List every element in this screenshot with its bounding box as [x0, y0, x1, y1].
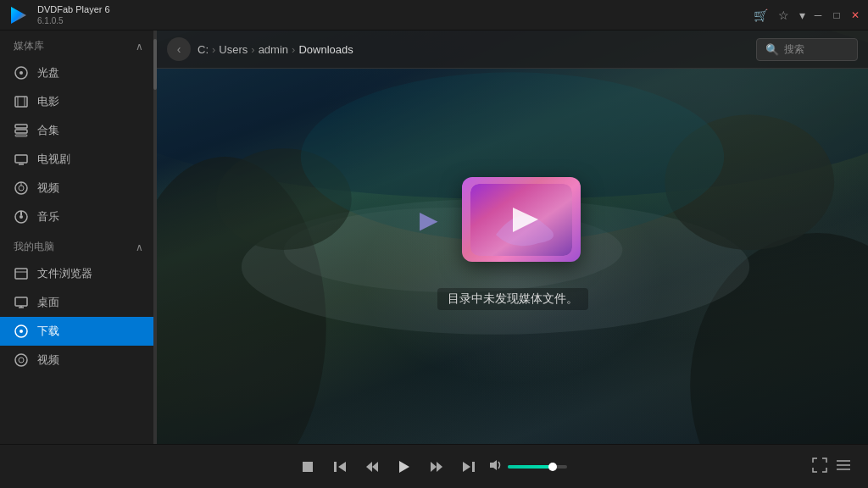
volume-thumb[interactable] — [548, 463, 557, 471]
fullscreen-button[interactable] — [812, 458, 827, 476]
sidebar-section-pc: 我的电脑 ∧ — [0, 231, 157, 259]
play-button[interactable] — [391, 453, 418, 480]
svg-point-23 — [19, 330, 23, 333]
sidebar-item-collection[interactable]: 合集 — [0, 116, 157, 145]
downloads-label: 下载 — [37, 324, 59, 339]
sidebar-item-browser[interactable]: 文件浏览器 — [0, 259, 157, 288]
main-layout: 媒体库 ∧ 光盘 电影 合集 电视剧 — [0, 30, 868, 444]
next-track-button[interactable] — [455, 453, 482, 480]
fast-forward-button[interactable] — [423, 453, 450, 480]
search-icon: 🔍 — [765, 43, 779, 56]
back-button[interactable]: ‹ — [167, 37, 191, 61]
volume-icon — [489, 459, 503, 474]
svg-marker-48 — [490, 460, 497, 470]
svg-marker-41 — [372, 462, 378, 472]
svg-marker-42 — [366, 462, 372, 472]
svg-rect-3 — [15, 97, 27, 107]
app-logo-icon — [7, 3, 31, 27]
search-placeholder: 搜索 — [784, 42, 804, 57]
music-label: 音乐 — [37, 209, 59, 225]
video-media-label: 视频 — [37, 180, 59, 196]
volume-control — [489, 459, 567, 474]
empty-message: 目录中未发现媒体文件。 — [437, 288, 588, 310]
svg-point-12 — [19, 186, 24, 191]
desktop-icon — [14, 295, 29, 310]
desktop-label: 桌面 — [37, 295, 59, 310]
svg-point-15 — [19, 215, 23, 219]
breadcrumb-admin[interactable]: admin — [259, 43, 288, 56]
svg-marker-44 — [431, 462, 437, 472]
svg-point-2 — [19, 71, 23, 75]
prev-track-button[interactable] — [326, 453, 353, 480]
breadcrumb: C: › Users › admin › Downloads — [198, 43, 749, 56]
rewind-button[interactable] — [359, 453, 386, 480]
address-bar: ‹ C: › Users › admin › Downloads 🔍 搜索 — [157, 30, 868, 69]
sidebar: 媒体库 ∧ 光盘 电影 合集 电视剧 — [0, 30, 157, 444]
bottom-controls — [0, 444, 868, 488]
svg-marker-46 — [463, 462, 470, 472]
content-area: ‹ C: › Users › admin › Downloads 🔍 搜索 + … — [157, 30, 868, 444]
svg-rect-9 — [15, 155, 27, 163]
movie-label: 电影 — [37, 94, 59, 109]
sidebar-item-downloads[interactable]: 下载 — [0, 317, 157, 346]
movie-icon — [14, 94, 29, 109]
disc-label: 光盘 — [37, 65, 59, 80]
svg-rect-8 — [15, 135, 27, 136]
window-controls: ─ □ ✕ — [812, 9, 861, 21]
playback-controls — [294, 453, 482, 480]
sidebar-item-music[interactable]: 音乐 — [0, 202, 157, 231]
breadcrumb-users[interactable]: Users — [219, 43, 248, 56]
sidebar-item-video-media[interactable]: 视频 — [0, 174, 157, 202]
svg-rect-19 — [15, 297, 27, 306]
maximize-button[interactable]: □ — [831, 9, 843, 21]
app-logo: DVDFab Player 6 6.1.0.5 — [7, 3, 110, 27]
svg-marker-43 — [399, 461, 409, 473]
svg-point-25 — [19, 358, 24, 363]
svg-rect-38 — [303, 462, 313, 472]
volume-bar[interactable] — [508, 465, 567, 469]
svg-rect-7 — [15, 130, 27, 133]
cart-icon[interactable]: 🛒 — [754, 8, 768, 22]
titlebar: DVDFab Player 6 6.1.0.5 🛒 ☆ ▾ ─ □ ✕ — [0, 0, 868, 30]
tv-icon — [14, 152, 29, 167]
stop-button[interactable] — [294, 453, 321, 480]
video-player-icon — [462, 177, 581, 262]
app-title: DVDFab Player 6 6.1.0.5 — [37, 4, 110, 25]
disc-icon — [14, 65, 29, 80]
svg-rect-6 — [15, 125, 27, 128]
dropdown-icon[interactable]: ▾ — [799, 8, 805, 22]
breadcrumb-downloads[interactable]: Downloads — [298, 43, 353, 56]
video-media-icon — [14, 180, 29, 196]
titlebar-actions: 🛒 ☆ ▾ — [754, 8, 805, 22]
music-icon — [14, 209, 29, 225]
volume-fill — [508, 465, 553, 469]
search-box[interactable]: 🔍 搜索 — [756, 38, 858, 61]
sidebar-item-movie[interactable]: 电影 — [0, 87, 157, 116]
empty-state: + + - - - ▶ — [157, 30, 868, 444]
svg-rect-17 — [15, 269, 27, 279]
tv-label: 电视剧 — [37, 152, 70, 167]
sidebar-item-disc[interactable]: 光盘 — [0, 58, 157, 87]
browser-icon — [14, 266, 29, 281]
collection-icon — [14, 123, 29, 138]
svg-marker-0 — [11, 7, 26, 24]
minimize-button[interactable]: ─ — [812, 9, 824, 21]
sidebar-item-videos[interactable]: 视频 — [0, 346, 157, 374]
sidebar-section-media: 媒体库 ∧ — [0, 30, 157, 58]
star-icon[interactable]: ☆ — [778, 8, 789, 22]
film-arrow-icon: ▶ — [420, 206, 438, 234]
svg-rect-40 — [334, 462, 337, 472]
app-name: DVDFab Player 6 — [37, 4, 110, 15]
right-controls — [812, 458, 851, 476]
svg-rect-47 — [472, 462, 475, 472]
app-version: 6.1.0.5 — [37, 16, 110, 25]
downloads-icon — [14, 324, 29, 339]
svg-point-24 — [15, 354, 27, 366]
videos-label: 视频 — [37, 352, 59, 368]
playlist-button[interactable] — [836, 458, 851, 475]
close-button[interactable]: ✕ — [849, 9, 861, 21]
collection-label: 合集 — [37, 123, 59, 138]
breadcrumb-c[interactable]: C: — [198, 43, 209, 56]
sidebar-item-tv[interactable]: 电视剧 — [0, 145, 157, 174]
sidebar-item-desktop[interactable]: 桌面 — [0, 288, 157, 317]
